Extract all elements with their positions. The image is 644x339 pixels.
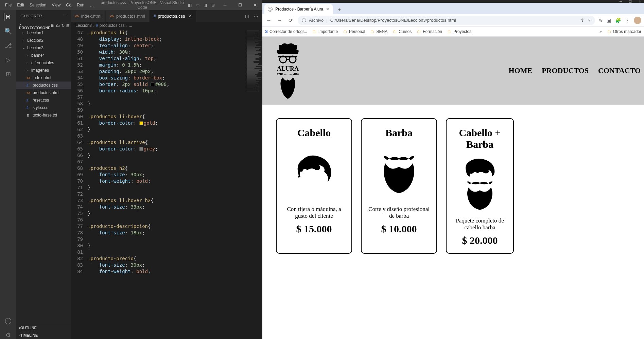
new-tab-button[interactable]: +: [335, 5, 344, 14]
breadcrumb[interactable]: Leccion3› #productos.css› ...: [71, 22, 262, 29]
line-gutter: 4748495051525354555657585960616263646566…: [71, 29, 88, 339]
layout-icon[interactable]: ▭: [196, 3, 199, 7]
chrome-window: ─ ☐ ✕ ◌ Productos - Barbería Alura ✕ + ←…: [262, 0, 644, 339]
close-tab-icon[interactable]: ✕: [326, 7, 329, 12]
maximize-button[interactable]: ☐: [232, 3, 247, 7]
run-debug-icon[interactable]: ▷: [4, 56, 12, 64]
close-button[interactable]: ✕: [247, 3, 262, 7]
bookmark-corrector[interactable]: SCorrector de ortogr...: [265, 29, 307, 34]
logo: ALURA ESTD 2020: [269, 40, 307, 101]
nav-productos[interactable]: PRODUCTOS: [542, 66, 589, 75]
minimize-button[interactable]: ─: [217, 3, 232, 7]
browser-toolbar: ← → ⟳ ⓘ Archivo | C:/Users/Sena/Desktop/…: [262, 14, 644, 26]
file-productos-html[interactable]: <>productos.html: [16, 89, 71, 96]
bookmark-formacion[interactable]: 🗀Formación: [417, 29, 442, 34]
layout-icon[interactable]: ◨: [204, 3, 207, 7]
folder-leccion3[interactable]: ⌄Leccion3: [16, 44, 71, 52]
tab-productos-html[interactable]: <>productos.html: [106, 10, 150, 22]
forward-button[interactable]: →: [276, 17, 283, 23]
folder-banner[interactable]: ›banner: [16, 52, 71, 59]
vscode-titlebar: File Edit Selection View Go Run … produc…: [0, 0, 262, 10]
browser-top-strip: ─ ☐ ✕: [262, 0, 644, 3]
folder-imagenes[interactable]: ›imagenes: [16, 67, 71, 74]
other-bookmarks[interactable]: 🗀Otros marcador: [607, 29, 641, 34]
nav-menu: HOME PRODUCTOS CONTACTO: [509, 66, 641, 75]
timeline-section[interactable]: › TIMELINE: [16, 332, 71, 339]
search-icon[interactable]: 🔍: [4, 27, 12, 35]
layout-icon[interactable]: ◧: [188, 3, 192, 7]
tab-productos-css[interactable]: #productos.css✕: [150, 10, 196, 22]
menu-selection[interactable]: Selection: [27, 1, 49, 9]
reload-button[interactable]: ⟳: [287, 17, 294, 23]
settings-icon[interactable]: ⚙: [4, 331, 12, 339]
menu-more[interactable]: …: [87, 1, 97, 9]
explorer-icon[interactable]: 🗎: [4, 13, 12, 21]
menu-go[interactable]: Go: [64, 1, 74, 9]
bookmark-proyectos[interactable]: 🗀Proyectos: [448, 29, 471, 34]
refresh-icon[interactable]: ↻: [62, 23, 65, 28]
tab-more-icon[interactable]: ⋯: [254, 14, 258, 19]
nav-home[interactable]: HOME: [509, 66, 533, 75]
star-icon[interactable]: ☆: [587, 18, 591, 23]
folder-diferenciales[interactable]: ›diferenciales: [16, 59, 71, 67]
code-editor[interactable]: 4748495051525354555657585960616263646566…: [71, 29, 262, 339]
menu-file[interactable]: File: [3, 1, 14, 9]
profile-avatar[interactable]: [634, 17, 641, 24]
product-barba[interactable]: Barba Corte y diseño profesional de barb…: [361, 118, 437, 254]
products-list: Cabello Con tijera o máquina, a gusto de…: [262, 105, 644, 267]
minimap[interactable]: [245, 29, 262, 339]
layout-icon[interactable]: ⊞: [211, 3, 215, 7]
product-cabello[interactable]: Cabello Con tijera o máquina, a gusto de…: [276, 118, 352, 254]
file-style[interactable]: #style.css: [16, 104, 71, 111]
file-index[interactable]: <>index.html: [16, 74, 71, 82]
product-desc: Corte y diseño profesional de barba: [366, 206, 432, 220]
accounts-icon[interactable]: ◯: [4, 317, 12, 325]
file-reset[interactable]: #reset.css: [16, 96, 71, 104]
chrome-menu-icon[interactable]: ⋮: [625, 18, 630, 23]
address-bar[interactable]: ⓘ Archivo | C:/Users/Sena/Desktop/Proyec…: [298, 16, 595, 25]
editor-area: <>index.html <>productos.html #productos…: [71, 10, 262, 339]
extensions-puzzle-icon[interactable]: 🧩: [615, 18, 621, 23]
share-icon[interactable]: ⇪: [580, 18, 584, 23]
file-texto[interactable]: 🗎texto-base.txt: [16, 111, 71, 119]
back-button[interactable]: ←: [265, 17, 273, 23]
extension-icon[interactable]: ▣: [607, 18, 611, 23]
outline-section[interactable]: › OUTLINE: [16, 324, 71, 332]
vscode-window: File Edit Selection View Go Run … produc…: [0, 0, 262, 339]
bookmark-importante[interactable]: 🗀Importante: [313, 29, 338, 34]
new-folder-icon[interactable]: 🗀: [56, 23, 60, 28]
browser-tab[interactable]: ◌ Productos - Barbería Alura ✕: [264, 4, 333, 14]
info-icon[interactable]: ⓘ: [302, 17, 306, 23]
address-protocol: Archivo: [309, 18, 324, 23]
product-price: $ 20.000: [451, 235, 508, 246]
bookmark-cursos[interactable]: 🗀Cursos: [393, 29, 412, 34]
browser-tabs: ◌ Productos - Barbería Alura ✕ +: [262, 3, 644, 14]
collapse-icon[interactable]: ⊟: [66, 23, 69, 28]
bookmark-sena[interactable]: 🗀SENA: [370, 29, 387, 34]
menu-view[interactable]: View: [49, 1, 63, 9]
extension-icon[interactable]: ✎: [598, 18, 603, 23]
new-file-icon[interactable]: 🗎: [51, 23, 54, 28]
product-combo[interactable]: Cabello + Barba Paquete completo de cabe…: [446, 118, 514, 254]
bookmark-personal[interactable]: 🗀Personal: [343, 29, 365, 34]
folder-leccion1[interactable]: ›Leccion1: [16, 29, 71, 37]
source-control-icon[interactable]: ⎇: [4, 41, 12, 50]
code-content[interactable]: .productos li{ display: inline-block; te…: [88, 29, 245, 339]
window-controls: ─ ☐ ✕: [217, 3, 262, 7]
close-tab-icon[interactable]: ✕: [189, 14, 192, 18]
nav-contacto[interactable]: CONTACTO: [598, 66, 641, 75]
extensions-icon[interactable]: ⊞: [4, 70, 12, 78]
menu-edit[interactable]: Edit: [15, 1, 27, 9]
split-editor-icon[interactable]: ◫: [245, 14, 249, 19]
address-path: C:/Users/Sena/Desktop/ProyectosONE/Lecci…: [330, 18, 456, 23]
bookmarks-overflow-icon[interactable]: »: [599, 29, 602, 34]
activity-bar: 🗎 🔍 ⎇ ▷ ⊞ ◯ ⚙: [0, 10, 16, 339]
menu-run[interactable]: Run: [74, 1, 87, 9]
file-productos-css[interactable]: #productos.css: [16, 82, 71, 89]
folder-leccion2[interactable]: ›Leccion2: [16, 37, 71, 44]
file-tree: ›Leccion1 ›Leccion2 ⌄Leccion3 ›banner ›d…: [16, 29, 71, 324]
window-title: productos.css - ProyectosONE - Visual St…: [97, 0, 188, 10]
explorer-more-icon[interactable]: ⋯: [63, 14, 67, 18]
project-header[interactable]: ⌄ PROYECTOSONE 🗎 🗀 ↻ ⊟: [16, 22, 71, 29]
tab-index[interactable]: <>index.html: [71, 10, 106, 22]
